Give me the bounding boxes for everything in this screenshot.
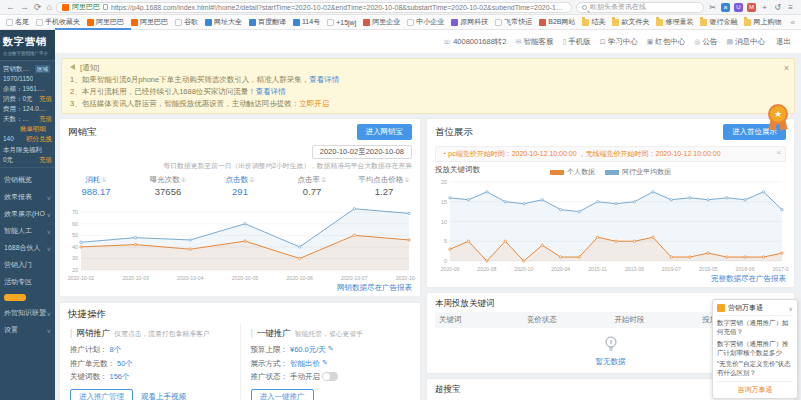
sidebar: 数字营销 企业数字营销推广平台 营销数据总览下滑 区域 1970/1150 余额…	[0, 30, 55, 400]
notice-line-text: 2、本月引流耗用，已经持续引入1688位买家访问流量！	[70, 87, 256, 96]
wangxiaobao-report-link[interactable]: 网销数据尽在广告报表	[337, 283, 412, 292]
bookmark-label: 结美	[591, 17, 605, 27]
bookmarks-overflow-icon[interactable]: «	[791, 18, 795, 27]
browser-nav-button[interactable]: ⌂	[47, 3, 52, 12]
extension-icon[interactable]: M	[747, 3, 756, 12]
info-icon[interactable]: ①	[181, 177, 186, 183]
chevron-down-icon[interactable]: ∨	[789, 305, 793, 312]
enter-promo-management-button[interactable]: 进入推广管理	[70, 389, 133, 400]
header-link[interactable]: ▤ 消息中心	[726, 37, 765, 47]
browser-nav-button[interactable]: ⟳	[34, 3, 42, 12]
sidebar-menu-item[interactable]: 营销概览 ∨	[0, 172, 55, 189]
bookmark-item[interactable]: +15jwj	[327, 17, 356, 27]
bookmark-item[interactable]: 阿里巴巴	[87, 17, 124, 27]
chat-header[interactable]: 营销万事通 ∨	[717, 303, 793, 316]
bookmark-item[interactable]: 名尾	[6, 17, 29, 27]
notice-open-link[interactable]: 立即开启	[299, 99, 329, 108]
info-icon[interactable]: ②	[249, 177, 254, 183]
browser-nav-button[interactable]: →	[20, 3, 29, 12]
account-action-link[interactable]: 充值	[39, 114, 52, 124]
bookmark-item[interactable]: 银行金融	[700, 17, 737, 27]
browser-search-input[interactable]: 欧朋头条资讯在线	[576, 2, 704, 13]
browser-nav-button[interactable]: ←	[6, 3, 15, 12]
header-link[interactable]: ▯ 手机版	[562, 37, 590, 47]
bookmark-item[interactable]: 阿里企业	[363, 17, 400, 27]
account-action-link[interactable]: 积分兑换	[26, 134, 52, 144]
wangxiaobao-stats: 消耗① 988.17 曝光次数① 37656	[60, 171, 420, 198]
header-link[interactable]: ☏ 4008001688转2	[442, 37, 506, 47]
info-icon[interactable]: ①	[101, 177, 106, 183]
chat-question-link[interactable]: 数字营销（通用推广）推广计划审核个数是多少	[717, 340, 793, 358]
extension-icon[interactable]: ↺	[773, 3, 782, 12]
header-link[interactable]: 退出	[774, 37, 791, 47]
extension-icon[interactable]: ≡	[786, 3, 795, 12]
shouwei-card: 首位展示 进入首位展示 ◔pc端竞价开始时间：2020-10-12 10:00:…	[426, 118, 795, 288]
header-link[interactable]: ▣ 红包中心	[647, 37, 686, 47]
notice-detail-link[interactable]: 查看详情	[256, 87, 286, 96]
header-link[interactable]: ⊡ 学习中心	[600, 37, 638, 47]
shouwei-report-link[interactable]: 完整数据尽在广告报表	[711, 274, 786, 283]
chat-question-link[interactable]: “无竞价”“自定义竞价”状态有什么区别？	[717, 360, 793, 378]
bookmark-item[interactable]: 百度翻译	[249, 17, 286, 27]
bookmark-item[interactable]: 结美	[582, 17, 605, 27]
bookmark-item[interactable]: B2B网站	[539, 17, 575, 27]
edit-icon[interactable]: ✎	[322, 357, 328, 370]
sidebar-menu-label: 1688合伙人	[4, 243, 41, 253]
watch-video-link[interactable]: 观看上手视频	[141, 392, 186, 400]
sidebar-menu-item[interactable]: ∨	[0, 291, 55, 305]
account-action-link[interactable]: 充值	[39, 94, 52, 104]
svg-text:2020-10-04: 2020-10-04	[177, 275, 204, 281]
bookmark-item[interactable]: 飞常快运	[495, 17, 532, 27]
bookmark-item[interactable]: 款文件夹	[612, 17, 649, 27]
extension-icon[interactable]: U	[734, 3, 743, 12]
extension-icon[interactable]: +	[760, 3, 769, 12]
extension-icon[interactable]: a	[721, 3, 730, 12]
address-bar[interactable]: 阿里巴巴 https://p4p.1688.com/index.html#!/h…	[56, 2, 572, 13]
bookmark-item[interactable]: 网址大全	[205, 17, 242, 27]
sidebar-menu-item[interactable]: 1688合伙人 ∨	[0, 240, 55, 257]
info-icon[interactable]: ①	[321, 177, 326, 183]
sidebar-promo-pill[interactable]	[4, 294, 26, 301]
bookmark-item[interactable]: 手机收藏夹	[36, 17, 80, 27]
info-icon[interactable]: ①	[404, 177, 409, 183]
sidebar-menu-item[interactable]: 活动专区 ∨	[0, 274, 55, 291]
enter-one-key-promo-button[interactable]: 进入一键推广	[251, 389, 314, 400]
sidebar-menu-item[interactable]: 外贸知识联盟 ∨	[0, 305, 55, 322]
sidebar-menu-item[interactable]: 智能人工 ∨	[0, 223, 55, 240]
close-icon[interactable]: ×	[776, 148, 781, 157]
header-link[interactable]: ✉ 智能客服	[516, 37, 554, 47]
bookmark-item[interactable]: 修理童装	[656, 17, 693, 27]
dashboard-columns: 网销宝 进入网销宝 2020-10-02至2020-10-08 每日数据更新至前…	[55, 118, 801, 400]
bookmark-label: 名尾	[15, 17, 29, 27]
sidebar-menu-item[interactable]: 效果展示(HO ∨	[0, 206, 55, 223]
promo-status-toggle[interactable]	[322, 372, 338, 381]
close-icon[interactable]: ×	[784, 61, 789, 75]
bookmark-item[interactable]: 中小企业	[407, 17, 444, 27]
enter-wangxiaobao-button[interactable]: 进入网销宝	[357, 124, 413, 140]
bookmark-item[interactable]: 114号	[293, 17, 320, 27]
account-line-text: 0元	[3, 155, 13, 165]
header-link-icon: ✉	[516, 38, 522, 46]
bookmark-item[interactable]: 阿里巴巴	[131, 17, 168, 27]
chat-question-link[interactable]: 数字营销（通用推广）如何充值？	[717, 319, 793, 337]
stat-label: 点击率	[298, 175, 321, 184]
bookmark-item[interactable]: 原网科技	[451, 17, 488, 27]
date-range-picker[interactable]: 2020-10-02至2020-10-08	[312, 145, 412, 159]
sidebar-menu-item[interactable]: 设置 ∨	[0, 322, 55, 339]
header-link[interactable]: ◎ 公告	[694, 37, 717, 47]
bookmark-item[interactable]: 谷歌	[175, 17, 198, 27]
chat-consult-button[interactable]: 咨询万事通	[717, 381, 793, 396]
account-badge: 区域	[35, 65, 50, 74]
edit-icon[interactable]: ✎	[328, 343, 334, 356]
svg-text:2017-04: 2017-04	[772, 266, 789, 272]
notice-detail-link[interactable]: 查看详情	[309, 75, 339, 84]
extension-icon[interactable]: ✂	[708, 3, 717, 12]
account-action-link[interactable]: 充值	[39, 155, 52, 165]
sidebar-menu-item[interactable]: 效果报表 ∨	[0, 189, 55, 206]
keywords-title: 本周投放关键词	[435, 298, 495, 310]
medal-badge-icon[interactable]: ★	[765, 104, 791, 132]
bookmark-icon	[293, 19, 300, 26]
bookmark-item[interactable]: 网上购物	[744, 17, 781, 27]
megaphone-icon	[70, 64, 75, 70]
sidebar-menu-item[interactable]: 营销入门 ∨	[0, 257, 55, 274]
